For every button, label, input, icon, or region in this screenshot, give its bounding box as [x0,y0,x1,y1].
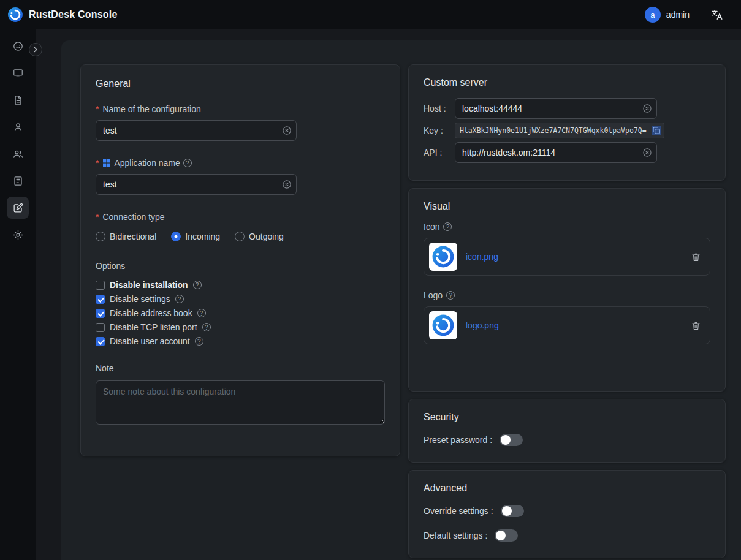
general-card-title: General [96,78,385,89]
api-row: API : [424,142,710,163]
clear-icon[interactable] [283,126,291,135]
custom-server-card-title: Custom server [424,77,710,88]
sidebar-item-4[interactable] [7,143,29,165]
application-name-input[interactable] [96,174,297,195]
logo-file-box: logo.png [424,306,710,344]
key-label: Key : [424,126,455,135]
key-value: HtaXBkJNHyn0e1U1jWXze7A7CN7QTGWqxk0tpaVp… [460,126,649,135]
general-card: General Name of the configuration [80,64,400,456]
radio-control[interactable] [235,232,245,241]
connection-type-label: Connection type [102,212,164,222]
logo-thumbnail [429,311,457,339]
help-icon[interactable] [183,159,192,167]
user-icon [12,121,24,133]
radio-control[interactable] [171,232,181,241]
override-settings-row: Override settings : [424,505,710,517]
sidebar-item-3[interactable] [7,116,29,138]
app-title: RustDesk Console [29,9,118,20]
checkbox-disable-installation[interactable]: Disable installation [96,280,385,290]
checkbox-control[interactable] [96,337,105,346]
icon-label: Icon [424,222,439,232]
sidebar-item-7[interactable] [7,224,29,246]
required-asterisk [96,212,99,222]
radio-incoming[interactable]: Incoming [171,232,220,241]
api-input[interactable] [455,142,657,163]
config-name-label: Name of the configuration [102,104,200,114]
users-icon [12,148,24,160]
monitor-icon [12,67,24,79]
override-settings-toggle[interactable] [501,505,524,517]
sidebar-item-0[interactable] [7,35,29,57]
required-asterisk [96,104,99,114]
document-icon [12,94,24,106]
help-icon[interactable] [175,295,184,303]
checkbox-disable-user-account[interactable]: Disable user account [96,336,385,346]
default-settings-row: Default settings : [424,529,710,542]
left-column: General Name of the configuration [80,64,400,560]
sidebar-item-6[interactable] [7,197,29,219]
brand: RustDesk Console [7,7,118,23]
gear-icon [12,229,24,241]
icon-file-box: icon.png [424,238,710,276]
application-name-field: Application name [96,158,385,195]
checkbox-disable-settings[interactable]: Disable settings [96,294,385,304]
copy-icon[interactable] [652,126,661,135]
config-name-input[interactable] [96,120,297,141]
application-name-label: Application name [114,158,180,168]
sidebar-collapse-button[interactable] [29,43,42,56]
advanced-card-title: Advanced [424,483,710,494]
note-label: Note [96,363,385,373]
radio-control[interactable] [96,232,105,241]
clear-icon[interactable] [643,148,652,157]
help-icon[interactable] [195,337,203,346]
connection-type-radio-group: Bidirectional Incoming Outgoing [96,232,385,241]
user-avatar[interactable]: a [645,7,661,23]
checkbox-disable-address-book[interactable]: Disable address book [96,308,385,318]
preset-password-label: Preset password : [424,435,492,445]
radio-outgoing[interactable]: Outgoing [235,232,284,241]
clear-icon[interactable] [643,104,652,113]
trash-icon[interactable] [691,252,701,262]
smile-icon [12,40,24,52]
host-label: Host : [424,104,455,113]
help-icon[interactable] [193,281,202,289]
sidebar-item-5[interactable] [7,170,29,192]
help-icon[interactable] [202,323,211,331]
note-textarea[interactable] [96,380,385,425]
trash-icon[interactable] [691,320,701,331]
checkbox-control[interactable] [96,281,105,290]
security-card-title: Security [424,412,710,423]
sidebar-item-2[interactable] [7,89,29,111]
user-name[interactable]: admin [666,10,690,20]
application-name-input-wrap [96,174,297,195]
options-label: Options [96,261,385,271]
main-area: General Name of the configuration [36,29,741,560]
radio-bidirectional[interactable]: Bidirectional [96,232,156,241]
help-icon[interactable] [197,309,206,317]
icon-file-link[interactable]: icon.png [466,252,498,262]
config-name-field: Name of the configuration [96,104,385,141]
clear-icon[interactable] [283,180,291,189]
checkbox-disable-tcp-listen-port[interactable]: Disable TCP listen port [96,322,385,332]
help-icon[interactable] [446,291,455,300]
sidebar-item-1[interactable] [7,62,29,84]
preset-password-toggle[interactable] [500,434,523,446]
host-input[interactable] [455,98,657,119]
checkbox-control[interactable] [96,309,105,318]
translate-icon[interactable] [710,8,724,21]
content-panel: General Name of the configuration [61,40,741,560]
security-card: Security Preset password : [408,399,726,463]
windows-logo-icon [102,159,111,167]
checkbox-control[interactable] [96,323,105,332]
key-value-box: HtaXBkJNHyn0e1U1jWXze7A7CN7QTGWqxk0tpaVp… [455,123,664,138]
app-shell: General Name of the configuration [0,29,741,560]
chevron-right-icon [32,47,39,53]
rustdesk-logo-icon [431,245,455,268]
checkbox-control[interactable] [96,295,105,304]
topbar: RustDesk Console a admin [0,0,741,29]
help-icon[interactable] [443,222,452,231]
right-column: Custom server Host : Key : HtaXBkJNHyn0e… [408,64,726,560]
default-settings-toggle[interactable] [495,529,518,542]
logo-file-link[interactable]: logo.png [466,320,499,330]
sidebar [0,29,36,560]
